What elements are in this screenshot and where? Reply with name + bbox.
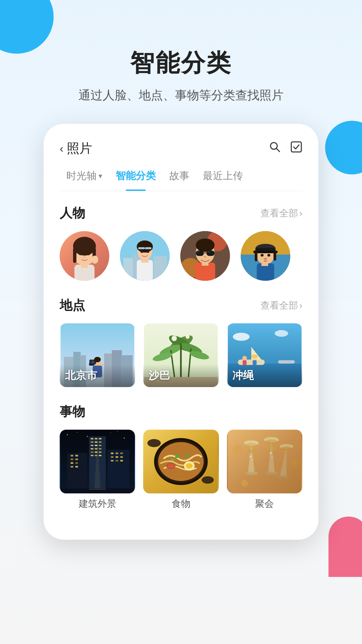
svg-point-34 [207,251,210,253]
svg-rect-14 [123,258,133,281]
deco-circle-right [325,121,362,174]
thing-party-label: 聚会 [227,497,302,510]
select-icon[interactable] [290,141,302,156]
svg-rect-124 [71,459,73,460]
svg-rect-104 [99,438,102,439]
svg-point-98 [111,433,111,433]
svg-point-85 [242,356,247,361]
svg-point-9 [79,253,82,255]
tab-recent-label: 最近上传 [203,170,243,181]
svg-rect-139 [120,460,123,462]
svg-rect-103 [95,438,98,439]
svg-rect-2 [291,142,301,152]
tab-timeline-label: 时光轴 [66,169,97,183]
svg-point-175 [271,457,273,458]
tab-story[interactable]: 故事 [163,169,196,191]
people-row [60,231,302,281]
things-section-header: 事物 [60,403,302,420]
svg-point-172 [249,455,251,458]
svg-point-95 [67,434,68,435]
thing-party-card [227,430,302,493]
people-section: 人物 查看全部 › [60,205,302,281]
person-avatar-1[interactable] [60,231,109,281]
svg-rect-45 [274,251,276,261]
svg-point-92 [275,330,288,337]
back-nav[interactable]: ‹ 照片 [60,140,92,157]
header-section: 智能分类 通过人脸、地点、事物等分类查找照片 [0,0,362,124]
svg-rect-20 [145,247,152,249]
svg-point-150 [186,463,193,469]
places-section-header: 地点 查看全部 › [60,297,302,314]
svg-rect-49 [263,259,267,261]
svg-point-35 [204,256,206,258]
location-okinawa[interactable]: 冲绳 [227,323,302,387]
svg-point-161 [245,443,257,447]
things-grid: 建筑外景 [60,430,302,510]
svg-rect-135 [116,456,118,458]
svg-point-89 [251,355,258,358]
svg-rect-108 [91,445,94,446]
svg-point-167 [277,475,289,478]
back-arrow-icon[interactable]: ‹ [60,142,63,155]
search-icon[interactable] [269,141,281,156]
svg-rect-119 [99,455,102,456]
tab-recent[interactable]: 最近上传 [196,169,250,191]
svg-point-97 [87,436,88,437]
svg-point-174 [269,452,272,454]
svg-point-152 [168,464,174,468]
tab-bar: 时光轴 ▾ 智能分类 故事 最近上传 [60,169,302,191]
svg-rect-137 [111,460,114,462]
svg-rect-22 [141,259,148,263]
svg-rect-136 [120,456,123,458]
svg-rect-44 [255,251,257,261]
places-see-all[interactable]: 查看全部 › [260,299,302,312]
svg-rect-110 [99,445,102,446]
people-see-all[interactable]: 查看全部 › [260,207,302,220]
svg-point-12 [92,256,98,264]
svg-rect-113 [99,448,102,449]
svg-point-29 [196,238,215,252]
page-title: 照片 [67,140,92,157]
location-shaba[interactable]: 沙巴 [143,323,219,387]
svg-point-165 [265,439,277,443]
svg-rect-102 [91,438,94,439]
svg-rect-123 [75,455,78,457]
svg-rect-125 [75,459,78,460]
svg-rect-31 [206,251,215,256]
svg-rect-107 [99,441,102,443]
svg-point-169 [281,446,292,450]
svg-rect-116 [99,451,102,453]
location-beijing[interactable]: 北京市 [60,323,135,387]
svg-rect-127 [75,462,78,464]
thing-food-wrapper[interactable]: 食物 [143,430,219,510]
thing-party-wrapper[interactable]: 聚会 [227,430,302,510]
svg-point-67 [94,357,101,362]
things-section-title: 事物 [60,403,85,420]
people-section-title: 人物 [60,205,85,222]
svg-rect-90 [278,360,295,364]
svg-rect-138 [116,460,118,462]
svg-rect-126 [71,462,73,464]
person-avatar-4[interactable] [241,231,290,281]
svg-rect-8 [81,263,88,268]
people-chevron-icon: › [299,208,302,219]
svg-point-177 [291,459,299,467]
tab-story-label: 故事 [169,170,189,181]
svg-rect-129 [75,466,78,468]
svg-rect-131 [111,452,114,454]
sub-title: 通过人脸、地点、事物等分类查找照片 [0,87,362,104]
svg-point-79 [186,335,190,339]
person-avatar-3[interactable] [180,231,230,281]
beijing-label: 北京市 [60,364,135,387]
tab-timeline[interactable]: 时光轴 ▾ [60,169,109,191]
person-avatar-2[interactable] [120,231,170,281]
phone-mockup: ‹ 照片 时光轴 [44,124,318,540]
tab-smart-classify[interactable]: 智能分类 [109,169,163,191]
svg-line-1 [277,149,280,152]
thing-architecture-wrapper[interactable]: 建筑外景 [60,430,135,510]
svg-point-66 [92,361,94,363]
svg-point-24 [146,251,149,253]
things-section: 事物 [60,403,302,510]
svg-point-47 [267,254,270,257]
svg-point-99 [124,438,125,439]
